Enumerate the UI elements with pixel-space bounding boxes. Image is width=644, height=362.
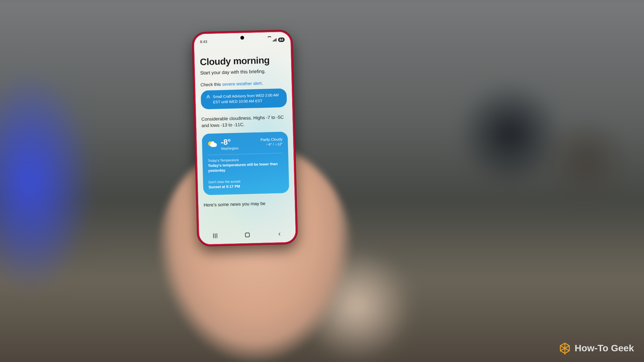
forecast-summary: Considerable cloudiness. Highs -7 to -5C…	[201, 114, 287, 129]
weather-card-header: -8° Washington Partly Cloudy ↑-6° / ↓-12…	[207, 137, 283, 155]
condition-label: Partly Cloudy	[261, 137, 283, 142]
recents-button[interactable]	[209, 232, 221, 239]
page-subtitle: Start your day with this briefing.	[200, 68, 286, 76]
today-temperature-section: Today's Temperature Today's temperatures…	[208, 153, 283, 173]
briefing-content[interactable]: Cloudy morning Start your day with this …	[195, 54, 296, 230]
advisory-text: Small Craft Advisory from WED 2:00 AM ES…	[213, 93, 282, 105]
back-button[interactable]	[273, 231, 286, 238]
android-nav-bar	[199, 229, 296, 241]
location-label: Washington	[221, 146, 239, 150]
news-lead-text: Here's some news you may be	[204, 199, 289, 208]
partly-cloudy-icon	[207, 140, 218, 149]
battery-icon: 84	[278, 37, 284, 42]
status-icons: 84	[267, 37, 284, 42]
phone-device: 8:43 84 Cloudy morning Start your day wi…	[192, 29, 298, 247]
severe-weather-link[interactable]: severe weather alert	[222, 81, 262, 87]
home-button[interactable]	[241, 231, 254, 238]
status-bar: 8:43 84	[194, 36, 290, 45]
warning-icon	[206, 95, 211, 105]
weather-card[interactable]: -8° Washington Partly Cloudy ↑-6° / ↓-12…	[202, 132, 289, 195]
high-low-label: ↑-6° / ↓-12°	[261, 142, 283, 147]
sunset-value: Sunset at 5:17 PM	[209, 183, 284, 190]
page-title: Cloudy morning	[200, 55, 286, 68]
alert-intro-prefix: Check this	[201, 82, 222, 87]
alert-intro-line: Check this severe weather alert.	[201, 80, 286, 87]
phone-screen: 8:43 84 Cloudy morning Start your day wi…	[194, 32, 296, 244]
signal-icon	[273, 38, 276, 41]
current-temperature: -8°	[221, 138, 238, 146]
today-temp-value: Today's temperatures will be lower than …	[208, 161, 283, 173]
advisory-card[interactable]: Small Craft Advisory from WED 2:00 AM ES…	[201, 88, 287, 110]
howtogeek-logo-icon	[558, 342, 571, 355]
wifi-icon	[267, 38, 271, 42]
clock: 8:43	[200, 40, 207, 44]
watermark-text: How-To Geek	[575, 343, 634, 354]
sunset-section: Don't miss the sunset Sunset at 5:17 PM	[208, 175, 284, 190]
watermark: How-To Geek	[558, 342, 634, 355]
alert-intro-suffix: .	[262, 81, 263, 86]
